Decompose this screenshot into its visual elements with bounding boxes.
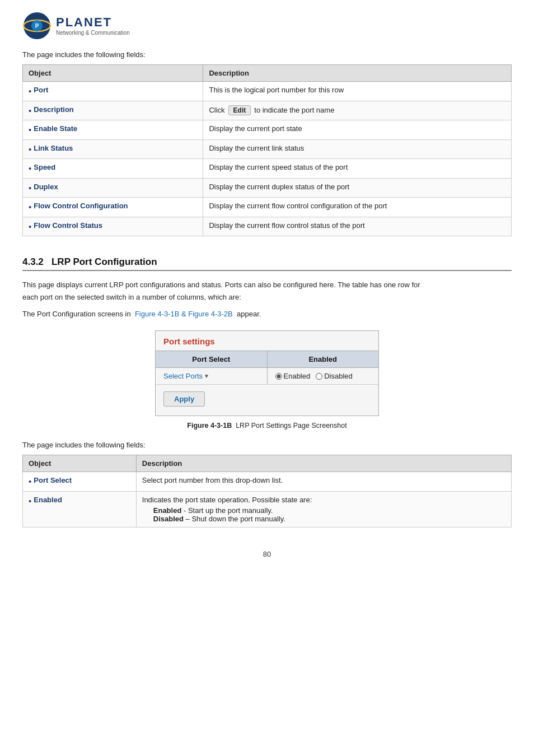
section-title: LRP Port Configuration <box>51 256 157 267</box>
port-settings-data-row: Select Ports ▼ Enabled Disabled <box>156 368 378 385</box>
object-flow-control-config: Flow Control Configuration <box>34 202 128 210</box>
bullet-icon: • <box>29 496 31 507</box>
table-row: • Duplex Display the current duplex stat… <box>23 178 512 198</box>
svg-text:P: P <box>35 23 39 29</box>
radio-disabled-text: Disabled <box>324 372 353 380</box>
object-description-label: Description <box>34 105 74 114</box>
apply-button[interactable]: Apply <box>163 391 205 407</box>
bullet-icon: • <box>29 144 31 155</box>
bullet-icon: • <box>29 86 31 97</box>
desc-disabled-label: Disabled <box>153 515 184 523</box>
bullet-icon: • <box>29 202 31 213</box>
table-row: • Link Status Display the current link s… <box>23 139 512 159</box>
body3-prefix: The Port Configuration screens in <box>22 310 131 318</box>
bullet-icon: • <box>29 105 31 116</box>
bullet-icon: • <box>29 163 31 174</box>
logo-text: PLANET Networking & Communication <box>56 16 130 35</box>
bottom-table-header-object: Object <box>23 455 137 472</box>
object-port-select: Port Select <box>34 476 72 484</box>
bottom-table-intro: The page includes the following fields: <box>22 441 512 449</box>
table-row: • Port Select Select port number from th… <box>23 472 512 492</box>
logo-area: P PLANET Networking & Communication <box>22 11 512 40</box>
top-fields-table: Object Description • Port This is the lo… <box>22 64 512 236</box>
body3-suffix: appear. <box>237 310 261 318</box>
description-link-status: Display the current link status <box>203 139 512 159</box>
table-row: • Enabled Indicates the port state opera… <box>23 491 512 527</box>
bullet-icon: • <box>29 476 31 487</box>
radio-enabled-label[interactable]: Enabled <box>275 372 311 380</box>
description-enable-state: Display the current port state <box>203 120 512 140</box>
port-settings-radio-cell: Enabled Disabled <box>268 368 379 384</box>
logo-planet-label: PLANET <box>56 16 130 29</box>
radio-group: Enabled Disabled <box>275 372 353 380</box>
dropdown-arrow-icon: ▼ <box>204 373 209 379</box>
top-table-intro: The page includes the following fields: <box>22 50 512 59</box>
click-text: Click <box>209 106 224 114</box>
port-settings-box: Port settings Port Select Enabled Select… <box>155 330 379 416</box>
figure-caption-text: LRP Port Settings Page Screenshot <box>236 422 347 430</box>
section-number: 4.3.2 <box>22 256 44 267</box>
description-flow-control-config: Display the current flow control configu… <box>203 198 512 217</box>
object-port: • Port <box>29 86 197 97</box>
figure-caption: Figure 4-3-1B LRP Port Settings Page Scr… <box>22 422 512 430</box>
top-table-header-description: Description <box>203 65 512 82</box>
bullet-icon: • <box>29 124 31 136</box>
description-description: Click Edit to indicate the port name <box>203 101 512 120</box>
page-number: 80 <box>22 550 512 558</box>
description-duplex: Display the current duplex status of the… <box>203 178 512 198</box>
select-ports-dropdown[interactable]: Select Ports ▼ <box>163 372 209 380</box>
bottom-table-header-description: Description <box>136 455 511 472</box>
description-flow-control-status: Display the current flow control status … <box>203 217 512 236</box>
object-duplex: Duplex <box>34 183 58 191</box>
port-settings-header-col2: Enabled <box>268 351 379 367</box>
planet-logo-icon: P <box>22 11 51 40</box>
figure-link[interactable]: Figure 4-3-1B & Figure 4-3-2B <box>135 310 233 318</box>
section-heading: 4.3.2 LRP Port Configuration <box>22 256 512 271</box>
port-settings-header-col1: Port Select <box>156 351 268 367</box>
object-description: • Description <box>29 105 197 116</box>
object-port-label: Port <box>34 86 48 94</box>
desc-enabled-line1: Indicates the port state operation. Poss… <box>142 496 505 504</box>
description-enabled: Indicates the port state operation. Poss… <box>136 491 511 527</box>
radio-enabled-icon <box>275 373 282 380</box>
radio-disabled-icon <box>316 373 322 380</box>
figure-caption-label: Figure 4-3-1B <box>187 422 232 430</box>
top-table-header-object: Object <box>23 65 203 82</box>
desc-enabled-label: Enabled <box>153 506 182 515</box>
logo-tagline-label: Networking & Communication <box>56 30 130 36</box>
port-settings-title: Port settings <box>156 331 378 351</box>
table-row: • Flow Control Status Display the curren… <box>23 217 512 236</box>
desc-enabled-text: - Start up the port manually. <box>181 506 273 515</box>
table-row: • Flow Control Configuration Display the… <box>23 198 512 217</box>
section-body1: This page displays current LRP port conf… <box>22 279 512 304</box>
table-row: • Speed Display the current speed status… <box>23 159 512 179</box>
bottom-fields-table: Object Description • Port Select Select … <box>22 455 512 528</box>
radio-enabled-text: Enabled <box>284 372 311 380</box>
table-row: • Description Click Edit to indicate the… <box>23 101 512 120</box>
object-enable-state: Enable State <box>34 124 77 133</box>
radio-disabled-label[interactable]: Disabled <box>316 372 353 380</box>
port-settings-container: Port settings Port Select Enabled Select… <box>22 330 512 416</box>
bullet-icon: • <box>29 221 31 232</box>
object-enabled: Enabled <box>34 496 62 504</box>
port-settings-header-row: Port Select Enabled <box>156 351 378 368</box>
to-indicate-text: to indicate the port name <box>254 106 334 114</box>
description-port-select: Select port number from this drop-down l… <box>136 472 511 492</box>
desc-disabled-text: – Shut down the port manually. <box>184 515 285 523</box>
section-body3: The Port Configuration screens in Figure… <box>22 308 512 320</box>
object-flow-control-status: Flow Control Status <box>34 221 102 230</box>
object-speed: Speed <box>34 163 55 171</box>
description-port: This is the logical port number for this… <box>203 82 512 101</box>
table-row: • Enable State Display the current port … <box>23 120 512 140</box>
object-link-status: Link Status <box>34 144 73 152</box>
bullet-icon: • <box>29 183 31 194</box>
select-ports-label: Select Ports <box>163 372 203 380</box>
description-speed: Display the current speed status of the … <box>203 159 512 179</box>
port-settings-select-cell: Select Ports ▼ <box>156 368 268 384</box>
table-row: • Port This is the logical port number f… <box>23 82 512 101</box>
edit-button[interactable]: Edit <box>228 105 251 115</box>
